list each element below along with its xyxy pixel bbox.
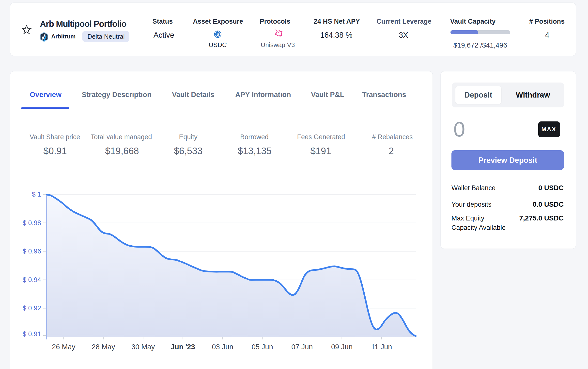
svg-text:09 Jun: 09 Jun <box>331 343 353 351</box>
svg-text:$ 0.98: $ 0.98 <box>23 219 41 227</box>
svg-text:$ 0.92: $ 0.92 <box>23 304 41 312</box>
svg-text:$ 0.96: $ 0.96 <box>23 248 41 255</box>
svg-text:$ 0.91: $ 0.91 <box>23 330 41 338</box>
svg-text:03 Jun: 03 Jun <box>212 343 233 351</box>
svg-text:Jun '23: Jun '23 <box>171 343 195 351</box>
svg-text:26 May: 26 May <box>52 343 76 351</box>
svg-text:11 Jun: 11 Jun <box>371 343 392 351</box>
svg-text:$ 0.94: $ 0.94 <box>23 276 41 284</box>
svg-text:07 Jun: 07 Jun <box>291 343 313 351</box>
svg-text:$ 1: $ 1 <box>32 191 41 198</box>
svg-text:28 May: 28 May <box>92 343 115 351</box>
svg-text:05 Jun: 05 Jun <box>252 343 273 351</box>
svg-text:30 May: 30 May <box>131 343 155 351</box>
svg-text:$: $ <box>217 32 219 36</box>
